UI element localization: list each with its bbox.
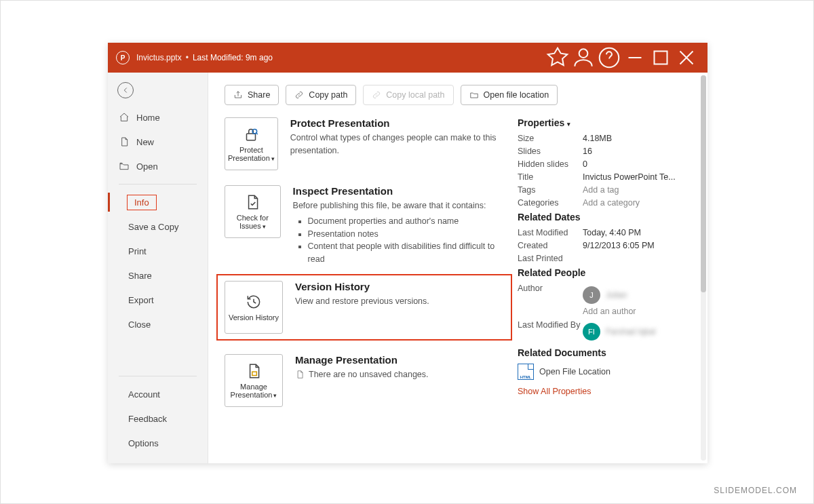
backstage-sidebar: Home New Open Info Save a Copy Print Sha… — [108, 73, 208, 463]
nav-home[interactable]: Home — [108, 105, 208, 130]
properties-panel: Properties ▾ Size4.18MB Slides16 Hidden … — [518, 117, 687, 422]
properties-heading[interactable]: Properties ▾ — [518, 117, 687, 128]
nav-open[interactable]: Open — [108, 154, 208, 178]
backstage-window: P Invictus.pptx • Last Modified: 9m ago … — [108, 43, 708, 463]
info-toolbar: Share Copy path Copy local path Open fil… — [225, 85, 687, 105]
watermark: SLIDEMODEL.COM — [714, 486, 797, 495]
filename: Invictus.pptx — [136, 53, 182, 62]
share-button[interactable]: Share — [225, 85, 279, 105]
html-file-icon: HTML — [518, 364, 534, 380]
nav-print[interactable]: Print — [108, 239, 208, 263]
open-file-location-button[interactable]: Open file location — [461, 85, 558, 105]
check-for-issues-tile[interactable]: Check for Issues▾ — [225, 185, 281, 238]
version-history-highlight: Version History Version History View and… — [216, 274, 512, 341]
inspect-heading: Inspect Presentation — [293, 185, 504, 197]
nav-share[interactable]: Share — [108, 263, 208, 288]
close-button[interactable] — [674, 43, 699, 73]
manage-heading: Manage Presentation — [295, 354, 429, 366]
minimize-button[interactable] — [622, 43, 648, 73]
nav-feedback[interactable]: Feedback — [108, 406, 208, 431]
svg-point-0 — [579, 49, 588, 58]
add-tag[interactable]: Add a tag — [583, 185, 687, 195]
add-category[interactable]: Add a category — [583, 198, 687, 208]
copy-local-path-button: Copy local path — [363, 85, 453, 105]
add-author[interactable]: Add an author — [583, 307, 687, 316]
premium-icon[interactable] — [545, 43, 570, 73]
help-icon[interactable] — [596, 43, 622, 73]
nav-save-copy[interactable]: Save a Copy — [108, 214, 208, 239]
svg-rect-3 — [247, 134, 256, 140]
protect-presentation-section: Protect Presentation▾ Protect Presentati… — [225, 117, 504, 170]
version-history-heading: Version History — [295, 281, 429, 292]
nav-account[interactable]: Account — [108, 382, 208, 406]
avatar: J — [583, 286, 600, 304]
avatar: FI — [583, 323, 600, 341]
last-modified-by-person[interactable]: FI Farshad Iqbal — [583, 323, 687, 341]
scrollbar-thumb[interactable] — [701, 75, 706, 292]
inspect-presentation-section: Check for Issues▾ Inspect Presentation B… — [225, 185, 504, 266]
version-history-tile[interactable]: Version History — [225, 281, 283, 334]
copy-path-button[interactable]: Copy path — [286, 85, 356, 105]
open-file-location-link[interactable]: HTML Open File Location — [518, 364, 687, 380]
protect-presentation-tile[interactable]: Protect Presentation▾ — [225, 117, 278, 170]
nav-info[interactable]: Info — [108, 190, 208, 214]
main-panel: Share Copy path Copy local path Open fil… — [208, 73, 708, 463]
related-dates-heading: Related Dates — [518, 212, 687, 222]
protect-heading: Protect Presentation — [290, 117, 504, 129]
nav-new[interactable]: New — [108, 130, 208, 154]
related-people-heading: Related People — [518, 267, 687, 278]
nav-options[interactable]: Options — [108, 431, 208, 455]
account-icon[interactable] — [570, 43, 596, 73]
powerpoint-icon: P — [116, 51, 130, 64]
author-person[interactable]: J Julian — [583, 286, 687, 304]
back-button[interactable] — [117, 82, 134, 98]
maximize-button[interactable] — [648, 43, 674, 73]
nav-export[interactable]: Export — [108, 288, 208, 312]
svg-rect-2 — [655, 52, 667, 64]
related-documents-heading: Related Documents — [518, 347, 687, 358]
nav-close[interactable]: Close — [108, 312, 208, 336]
svg-rect-5 — [252, 372, 257, 375]
titlebar: P Invictus.pptx • Last Modified: 9m ago — [108, 43, 708, 73]
title-value[interactable]: Invictus PowerPoint Te... — [583, 172, 687, 182]
show-all-properties[interactable]: Show All Properties — [518, 387, 591, 396]
manage-presentation-tile[interactable]: Manage Presentation▾ — [225, 354, 283, 407]
manage-presentation-section: Manage Presentation▾ Manage Presentation… — [225, 354, 504, 407]
last-modified-label: Last Modified: 9m ago — [193, 53, 273, 62]
